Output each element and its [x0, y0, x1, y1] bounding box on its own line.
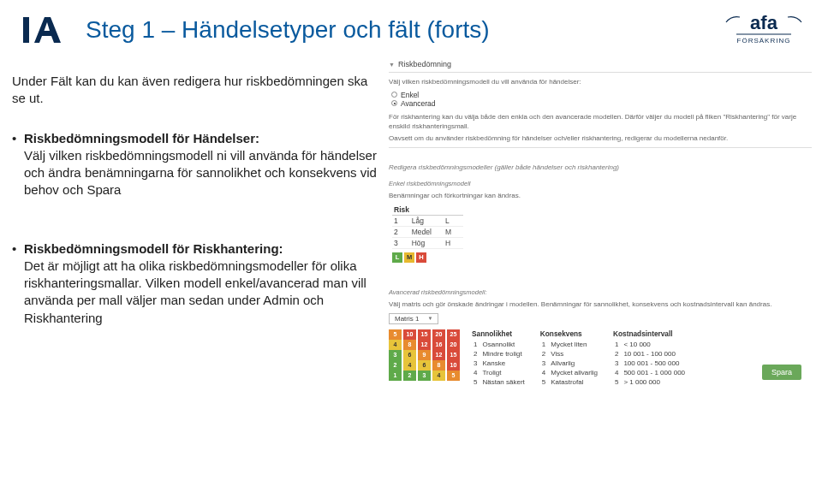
svg-text:afa: afa	[750, 12, 778, 33]
matrix-cell: 25	[447, 329, 460, 340]
matrix-cell: 20	[447, 340, 460, 350]
svg-text:FÖRSÄKRING: FÖRSÄKRING	[737, 37, 791, 44]
risk-row: 3HögH	[392, 237, 463, 248]
matrix-cell: 12	[418, 340, 431, 350]
radio-icon	[391, 100, 397, 106]
radio-label-enkel: Enkel	[401, 91, 419, 99]
matrix-cell: 2	[389, 360, 402, 371]
choose-model-text: Välj vilken riskbedömningsmodell du vill…	[389, 78, 812, 87]
matrix-row: 48121620	[389, 340, 460, 350]
def-row: 3Allvarlig	[540, 359, 601, 368]
def-row: 2Viss	[540, 349, 601, 359]
def-row: 5Nästan säkert	[472, 377, 528, 387]
divider	[389, 72, 812, 73]
matrix-cell: 6	[418, 360, 431, 371]
risk-row: 2MedelM	[392, 226, 463, 237]
sannolikhet-column: Sannolikhet 1Osannolikt2Mindre troligt3K…	[472, 329, 528, 387]
risk-panel: ▼ Riskbedömning Välj vilken riskbedömnin…	[389, 60, 812, 387]
matrix-cell: 5	[389, 329, 402, 340]
left-column: Under Fält kan du kan även redigera hur …	[12, 73, 378, 368]
matrix-cell: 20	[432, 329, 445, 340]
matrix-cell: 9	[418, 350, 431, 360]
matrix-cell: 10	[403, 329, 416, 340]
matrix-row: 246810	[389, 360, 460, 371]
intro-text: Under Fält kan du kan även redigera hur …	[12, 73, 378, 108]
matrix-cell: 4	[389, 340, 402, 350]
matrix-row: 510152025	[389, 329, 460, 340]
def-row: 3Kanske	[472, 359, 528, 368]
chevron-down-icon: ▼	[427, 316, 432, 321]
def-row: 4Mycket allvarlig	[540, 368, 601, 377]
risk-matrix: 51015202548121620369121524681012345	[389, 329, 460, 381]
ia-logo	[17, 15, 68, 44]
matrix-cell: 2	[403, 371, 416, 381]
matris-select[interactable]: Matris 1 ▼	[389, 313, 438, 324]
save-button[interactable]: Spara	[762, 365, 801, 380]
lmh-legend: L M H	[392, 252, 812, 263]
konsekvens-column: Konsekvens 1Mycket liten2Viss3Allvarlig4…	[540, 329, 601, 387]
matrix-cell: 3	[389, 350, 402, 360]
def-row: 4500 001 - 1 000 000	[613, 368, 688, 377]
def-row: 2Mindre troligt	[472, 349, 528, 359]
bullet-handelser: Riskbedömningsmodell för Händelser: Välj…	[12, 130, 378, 199]
radio-label-avancerad: Avancerad	[401, 99, 435, 108]
svg-rect-0	[23, 17, 29, 43]
bullet-title-2: Riskbedömningsmodell för Riskhantering:	[24, 241, 283, 256]
matris-select-value: Matris 1	[395, 315, 419, 323]
divider	[389, 147, 812, 148]
bullet-body-1: Välj vilken riskbedömningsmodell ni vill…	[24, 148, 377, 198]
def-row: 5> 1 000 000	[613, 377, 688, 387]
def-row: 4Troligt	[472, 368, 528, 377]
def-row: 1Osannolikt	[472, 340, 528, 349]
oavsett-text: Oavsett om du använder riskbedömning för…	[389, 134, 812, 144]
def-row: 1Mycket liten	[540, 340, 601, 349]
def-row: 210 001 - 100 000	[613, 349, 688, 359]
page-header: Steg 1 – Händelsetyper och fält (forts) …	[17, 9, 805, 51]
risk-row: 1LågL	[392, 215, 463, 226]
riskhant-text: För riskhantering kan du välja både den …	[389, 113, 812, 132]
caret-down-icon: ▼	[389, 62, 395, 68]
matrix-row: 12345	[389, 371, 460, 381]
lmh-high: H	[416, 252, 426, 263]
radio-avancerad[interactable]: Avancerad	[391, 99, 812, 108]
afa-logo: afa FÖRSÄKRING	[719, 12, 805, 48]
risk-col-head: Risk	[392, 205, 463, 216]
lmh-med: M	[404, 252, 414, 263]
matrix-cell: 4	[403, 360, 416, 371]
panel-title: Riskbedömning	[398, 60, 451, 68]
radio-icon	[391, 92, 397, 98]
panel-header[interactable]: ▼ Riskbedömning	[389, 60, 812, 68]
konsekvens-head: Konsekvens	[540, 329, 601, 340]
def-row: 1< 10 000	[613, 340, 688, 349]
matrix-cell: 6	[403, 350, 416, 360]
enkel-head: Enkel riskbedömningsmodell	[389, 180, 812, 187]
bullet-body-2: Det är möjligt att ha olika riskbedömnin…	[24, 258, 366, 325]
matrix-cell: 5	[447, 371, 460, 381]
adv-head: Avancerad riskbedömningsmodell:	[389, 288, 812, 296]
kostnad-column: Kostnadsintervall 1< 10 000210 001 - 100…	[613, 329, 688, 387]
enkel-risk-table: Risk 1LågL2MedelM3HögH	[392, 205, 463, 249]
matrix-cell: 1	[389, 371, 402, 381]
matrix-cell: 16	[432, 340, 445, 350]
kostnad-head: Kostnadsintervall	[613, 329, 688, 340]
matrix-cell: 3	[418, 371, 431, 381]
page-title: Steg 1 – Händelsetyper och fält (forts)	[68, 16, 719, 44]
def-row: 5Katastrofal	[540, 377, 601, 387]
edit-header: Redigera riskbedömningsmodeller (gäller …	[389, 163, 812, 171]
matrix-cell: 8	[432, 360, 445, 371]
matrix-cell: 10	[447, 360, 460, 371]
adv-sub: Välj matris och gör önskade ändringar i …	[389, 300, 812, 310]
matrix-row: 3691215	[389, 350, 460, 360]
bullet-title-1: Riskbedömningsmodell för Händelser:	[24, 131, 259, 145]
matrix-cell: 4	[432, 371, 445, 381]
sannolikhet-head: Sannolikhet	[472, 329, 528, 340]
enkel-sub: Benämningar och förkortningar kan ändras…	[389, 192, 812, 201]
matrix-cell: 8	[403, 340, 416, 350]
matrix-cell: 15	[447, 350, 460, 360]
matrix-cell: 15	[418, 329, 431, 340]
matrix-cell: 12	[432, 350, 445, 360]
lmh-low: L	[392, 252, 402, 263]
radio-enkel[interactable]: Enkel	[391, 91, 812, 99]
def-row: 3100 001 - 500 000	[613, 359, 688, 368]
bullet-riskhantering: Riskbedömningsmodell för Riskhantering: …	[12, 240, 378, 327]
